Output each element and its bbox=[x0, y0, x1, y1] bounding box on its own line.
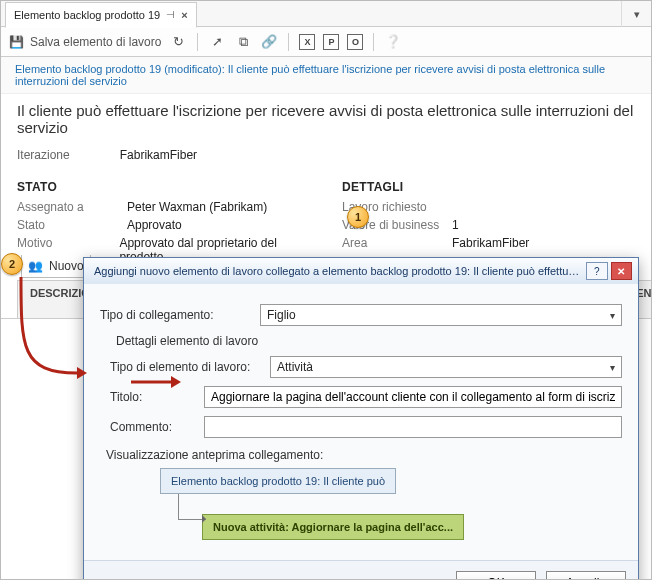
titolo-input[interactable] bbox=[204, 386, 622, 408]
dialog-body: Tipo di collegamento: Figlio Dettagli el… bbox=[84, 284, 638, 560]
link-dialog: Aggiungi nuovo elemento di lavoro colleg… bbox=[83, 257, 639, 580]
connector-line bbox=[178, 494, 206, 520]
breadcrumb: Elemento backlog prodotto 19 (modificato… bbox=[1, 57, 651, 94]
p-box-button[interactable]: P bbox=[323, 34, 339, 50]
nuovo-label: Nuovo bbox=[49, 259, 84, 273]
tab-dropdown-button[interactable]: ▾ bbox=[621, 1, 651, 27]
dettagli-column: DETTAGLI Lavoro richiesto Valore di busi… bbox=[342, 180, 635, 268]
detail-subheader: Dettagli elemento di lavoro bbox=[116, 334, 622, 348]
nuovo-button[interactable]: 👥 Nuovo bbox=[21, 255, 91, 278]
save-label: Salva elemento di lavoro bbox=[30, 35, 161, 49]
linktype-select[interactable]: Figlio bbox=[260, 304, 622, 326]
titolo-label: Titolo: bbox=[110, 390, 170, 404]
parent-preview-box: Elemento backlog prodotto 19: Il cliente… bbox=[160, 468, 396, 494]
save-button[interactable]: 💾 Salva elemento di lavoro bbox=[9, 35, 161, 49]
o-box-button[interactable]: O bbox=[347, 34, 363, 50]
dialog-actions: OK Annulla bbox=[84, 560, 638, 580]
dialog-close-button[interactable]: ✕ bbox=[611, 262, 632, 280]
fields-columns: STATO Assegnato aPeter Waxman (Fabrikam)… bbox=[1, 172, 651, 268]
work-item-title: Il cliente può effettuare l'iscrizione p… bbox=[1, 94, 651, 144]
witype-select[interactable]: Attività bbox=[270, 356, 622, 378]
field-row: StatoApprovato bbox=[17, 218, 310, 232]
linktype-label: Tipo di collegamento: bbox=[100, 308, 260, 322]
arrow-icon[interactable]: ➚ bbox=[208, 33, 226, 51]
dialog-titlebar: Aggiungi nuovo elemento di lavoro colleg… bbox=[84, 258, 638, 284]
iteration-label: Iterazione bbox=[17, 148, 70, 162]
field-row: Lavoro richiesto bbox=[342, 200, 635, 214]
people-icon: 👥 bbox=[28, 259, 43, 273]
document-tab-bar: Elemento backlog prodotto 19 ⊣ × ▾ bbox=[1, 1, 651, 27]
field-value[interactable]: FabrikamFiber bbox=[452, 236, 529, 250]
field-row: Valore di business1 bbox=[342, 218, 635, 232]
callout-2: 2 bbox=[1, 253, 23, 275]
witype-label: Tipo di elemento di lavoro: bbox=[110, 360, 270, 374]
field-value[interactable]: Approvato bbox=[127, 218, 182, 232]
help-icon[interactable]: ❔ bbox=[384, 33, 402, 51]
linktype-value: Figlio bbox=[267, 308, 296, 322]
preview-header: Visualizzazione anteprima collegamento: bbox=[106, 448, 622, 462]
separator bbox=[197, 33, 198, 51]
iteration-value[interactable]: FabrikamFiber bbox=[120, 148, 197, 162]
refresh-icon[interactable]: ↻ bbox=[169, 33, 187, 51]
iteration-row: Iterazione FabrikamFiber bbox=[1, 144, 651, 172]
witype-value: Attività bbox=[277, 360, 313, 374]
x-box-button[interactable]: X bbox=[299, 34, 315, 50]
callout-1: 1 bbox=[347, 206, 369, 228]
copy-icon[interactable]: ⧉ bbox=[234, 33, 252, 51]
field-label: Assegnato a bbox=[17, 200, 127, 214]
field-value[interactable]: Peter Waxman (Fabrikam) bbox=[127, 200, 267, 214]
field-value[interactable]: 1 bbox=[452, 218, 459, 232]
separator bbox=[288, 33, 289, 51]
floppy-icon: 💾 bbox=[9, 35, 24, 49]
commento-input[interactable] bbox=[204, 416, 622, 438]
close-tab-icon[interactable]: × bbox=[181, 9, 187, 21]
field-label: Area bbox=[342, 236, 452, 250]
field-row: AreaFabrikamFiber bbox=[342, 236, 635, 250]
field-label: Stato bbox=[17, 218, 127, 232]
child-preview-box: Nuova attività: Aggiornare la pagina del… bbox=[202, 514, 464, 540]
commento-label: Commento: bbox=[110, 420, 190, 434]
dialog-help-button[interactable]: ? bbox=[586, 262, 607, 280]
link-icon[interactable]: 🔗 bbox=[260, 33, 278, 51]
ok-button[interactable]: OK bbox=[456, 571, 536, 580]
document-tab-title: Elemento backlog prodotto 19 bbox=[14, 9, 160, 21]
dettagli-header: DETTAGLI bbox=[342, 180, 635, 194]
work-item-toolbar: 💾 Salva elemento di lavoro ↻ ➚ ⧉ 🔗 X P O… bbox=[1, 27, 651, 57]
stato-header: STATO bbox=[17, 180, 310, 194]
pin-icon[interactable]: ⊣ bbox=[166, 9, 175, 20]
separator bbox=[373, 33, 374, 51]
cancel-button[interactable]: Annulla bbox=[546, 571, 626, 580]
link-preview: Elemento backlog prodotto 19: Il cliente… bbox=[160, 468, 616, 540]
document-tab[interactable]: Elemento backlog prodotto 19 ⊣ × bbox=[5, 2, 197, 28]
field-row: Assegnato aPeter Waxman (Fabrikam) bbox=[17, 200, 310, 214]
dialog-title-text: Aggiungi nuovo elemento di lavoro colleg… bbox=[94, 265, 583, 277]
